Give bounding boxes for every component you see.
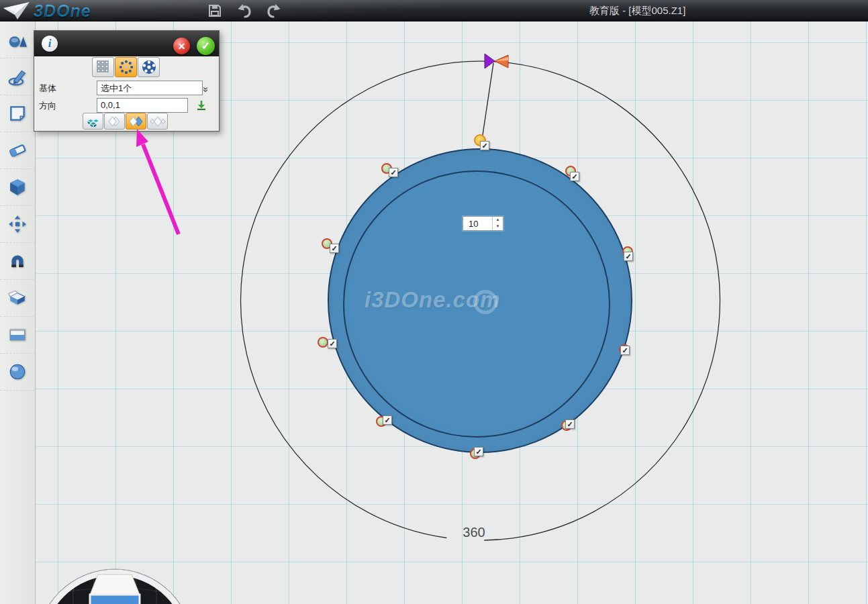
pattern-instance-dot[interactable] — [318, 337, 328, 348]
tab-sphere-pattern-icon[interactable] — [138, 57, 160, 77]
instance-checkbox[interactable]: ✓ — [620, 346, 630, 355]
variant-diamond-highlight-icon[interactable] — [126, 113, 146, 130]
instance-checkbox[interactable]: ✓ — [330, 244, 339, 253]
toolbar-move-icon[interactable] — [0, 206, 35, 243]
watermark-text: i3DOne.com — [365, 287, 539, 313]
rotation-handle-left-cone — [485, 54, 495, 68]
toolbar-section-icon[interactable] — [0, 317, 35, 354]
toolbar-combine-icon[interactable] — [0, 280, 35, 317]
base-input[interactable]: 选中1个 — [97, 81, 203, 95]
instance-count-spinner[interactable]: 10 ▲ ▼ — [463, 216, 503, 231]
instance-checkbox[interactable]: ✓ — [474, 447, 483, 456]
rotation-handle-right-cone — [495, 55, 508, 68]
direction-label: 方向 — [39, 100, 56, 112]
pattern-variant-buttons — [83, 113, 168, 130]
view-navigation-cube[interactable] — [34, 566, 196, 604]
direction-input[interactable]: 0,0,1 — [97, 98, 188, 113]
dialog-titlebar[interactable] — [34, 31, 219, 56]
tab-circular-pattern-icon[interactable] — [115, 57, 137, 77]
spinner-up-icon[interactable]: ▲ — [493, 217, 503, 223]
window-title: 教育版 - [模型005.Z1] — [589, 0, 685, 21]
pattern-angle-label: 360 — [454, 525, 494, 540]
instance-checkbox[interactable]: ✓ — [480, 141, 489, 150]
pick-direction-icon[interactable] — [195, 99, 207, 111]
instance-checkbox[interactable]: ✓ — [624, 252, 633, 261]
topbar-actions — [205, 2, 283, 19]
variant-diamond-arrows-icon[interactable] — [147, 113, 168, 130]
left-toolbar — [0, 21, 36, 604]
instance-checkbox[interactable]: ✓ — [383, 415, 392, 425]
instance-count-value[interactable]: 10 — [463, 217, 492, 230]
chevron-double-down-icon[interactable]: » — [201, 87, 212, 91]
instance-checkbox[interactable]: ✓ — [565, 419, 575, 429]
tab-linear-pattern-icon[interactable] — [92, 57, 114, 77]
spinner-down-icon[interactable]: ▼ — [493, 223, 503, 230]
toolbar-eraser-icon[interactable] — [0, 132, 35, 169]
instance-checkbox[interactable]: ✓ — [389, 168, 398, 177]
variant-stacked-boxes-icon[interactable] — [83, 113, 103, 130]
toolbar-sketch-plane-icon[interactable] — [0, 95, 35, 132]
navcube-top-face — [90, 574, 140, 595]
toolbar-magnet-icon[interactable] — [0, 243, 35, 280]
redo-icon[interactable] — [264, 2, 283, 19]
navcube-front-face — [90, 595, 140, 604]
variant-diamonds-pair-icon[interactable] — [104, 113, 125, 130]
confirm-button[interactable]: ✓ — [197, 37, 215, 55]
title-bar: 3DOne 教育版 - [模型005.Z1] — [0, 0, 868, 21]
base-label: 基体 — [39, 83, 56, 95]
cancel-button[interactable]: ✕ — [173, 38, 190, 54]
instance-checkbox[interactable]: ✓ — [570, 172, 579, 181]
info-icon[interactable]: i — [42, 36, 58, 52]
watermark-logo-icon — [473, 290, 497, 314]
undo-icon[interactable] — [235, 2, 253, 19]
toolbar-render-sphere-icon[interactable] — [0, 354, 35, 391]
pattern-type-tabs — [92, 57, 160, 77]
app-logo: 3DOne — [3, 1, 91, 21]
spinner-buttons: ▲ ▼ — [492, 217, 503, 230]
instance-checkbox[interactable]: ✓ — [328, 339, 337, 348]
toolbar-primitives-icon[interactable] — [0, 21, 35, 58]
paper-plane-icon — [3, 1, 31, 20]
app-name: 3DOne — [34, 1, 91, 21]
toolbar-sketch-pen-icon[interactable] — [0, 58, 35, 95]
pattern-dialog: i ✕ ✓ 基体 选中1个 » 方向 0,0,1 — [34, 30, 220, 132]
save-icon[interactable] — [205, 2, 224, 19]
toolbar-feature-cube-icon[interactable] — [0, 169, 35, 206]
application-window: i3DOne.com ✓✓✓✓✓✓✓✓✓✓ 10 ▲ ▼ 360 — [0, 0, 868, 604]
